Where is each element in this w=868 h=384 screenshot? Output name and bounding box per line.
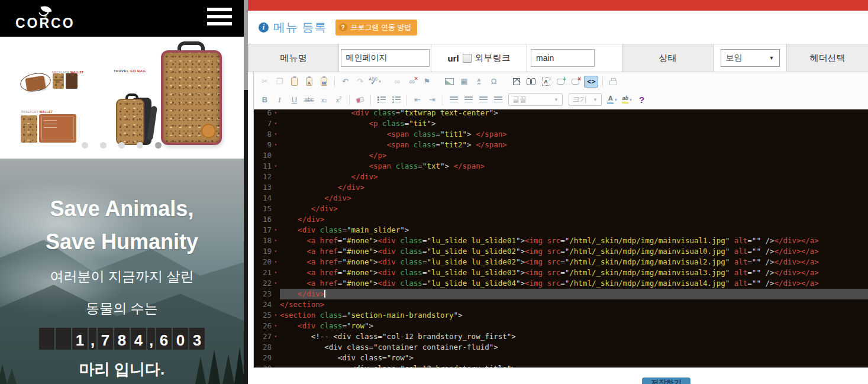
fold-arrow-icon[interactable]: ▾ (272, 246, 280, 257)
slider-dot[interactable] (100, 142, 107, 149)
slider-dots[interactable] (82, 142, 162, 149)
code-line-17[interactable]: 17▾ <div class="main_slider"> (254, 225, 868, 235)
hamburger-menu-icon[interactable] (207, 8, 232, 29)
fold-arrow-icon[interactable]: ▾ (272, 129, 280, 140)
image-icon[interactable] (443, 75, 456, 89)
code-line-28[interactable]: 28 <div class="container container-fluid… (254, 342, 868, 353)
preview-scrollbar-thumb[interactable] (244, 0, 248, 90)
align-left-icon[interactable] (447, 93, 460, 107)
text-color-icon[interactable]: ▾ (606, 93, 618, 107)
paste-as-text-icon[interactable]: A (303, 75, 315, 89)
code-line-20[interactable]: 20▾ <a href="#none"><div class="lu_slide… (254, 257, 868, 267)
code-line-18[interactable]: 18▾ <a href="#none"><div class="lu_slide… (254, 235, 868, 246)
code-line-24[interactable]: 24</section> (254, 299, 868, 310)
code-line-15[interactable]: 15 </div> (254, 204, 868, 214)
fold-arrow-icon[interactable]: ▾ (272, 235, 280, 246)
fold-arrow-icon[interactable]: ▾ (272, 331, 280, 342)
underline-icon[interactable]: U (288, 93, 301, 107)
brand-logo[interactable]: CORCO® (15, 4, 72, 30)
code-line-11[interactable]: 11▾ <span class="txt"> </span> (254, 161, 868, 172)
anchor-flag-icon[interactable]: ⚑ (421, 75, 433, 89)
redo-icon[interactable]: ↷ (354, 75, 366, 89)
fold-arrow-icon[interactable]: ▾ (272, 225, 280, 235)
font-select[interactable]: 글꼴▼ (508, 93, 563, 106)
fold-arrow-icon[interactable]: ▾ (272, 310, 280, 321)
special-char-icon[interactable]: Ω (488, 75, 500, 89)
code-line-12[interactable]: 12 </div> (254, 172, 868, 182)
slider-dot[interactable] (155, 142, 162, 149)
fold-arrow-icon[interactable]: ▾ (272, 267, 280, 278)
code-line-30[interactable]: 30 <div class="col-12 brandstory_title"> (254, 363, 868, 367)
cut-icon[interactable]: ✂ (259, 75, 271, 89)
code-line-8[interactable]: 8▾ <span class="tit1"> </span> (254, 129, 868, 140)
fold-arrow-icon[interactable]: ▾ (272, 118, 280, 129)
url-input[interactable] (531, 49, 595, 67)
copy-icon[interactable]: ❐ (273, 75, 286, 89)
align-center-icon[interactable] (462, 93, 475, 107)
print-icon[interactable] (607, 75, 619, 89)
code-line-22[interactable]: 22▾ <a href="#none"><div class="lu_slide… (254, 278, 868, 289)
strikethrough-icon[interactable]: abc (303, 93, 315, 107)
code-line-29[interactable]: 29 <div class="row"> (254, 353, 868, 363)
status-select[interactable]: 보임 ▼ (721, 49, 780, 67)
table-icon[interactable]: ▦ (458, 75, 470, 89)
slider-dot[interactable] (82, 142, 88, 149)
menu-name-input[interactable] (341, 49, 430, 67)
url-label: url (447, 53, 459, 63)
code-line-7[interactable]: 7▾ <p class="tit"> (254, 118, 868, 129)
size-select[interactable]: 크기▼ (569, 93, 602, 106)
code-line-10[interactable]: 10 </p> (254, 150, 868, 161)
code-line-9[interactable]: 9▾ <span class="tit2"> </span> (254, 140, 868, 150)
numbered-list-icon[interactable] (375, 93, 388, 107)
source-button[interactable]: <> (584, 75, 598, 89)
remove-comment-icon[interactable]: × (569, 75, 582, 89)
add-comment-icon[interactable]: + (554, 75, 567, 89)
subscript-icon[interactable]: x2 (318, 93, 330, 107)
preview-scrollbar[interactable] (244, 0, 248, 384)
remove-format-icon[interactable] (354, 93, 366, 107)
source-code-area[interactable]: 6▾ <div class="txtwrap text-center">7▾ <… (254, 109, 868, 367)
slider-dot[interactable] (137, 142, 143, 149)
fold-arrow-icon[interactable]: ▾ (272, 109, 280, 118)
code-line-25[interactable]: 25▾<section class="section-main-brandsto… (254, 310, 868, 321)
fold-arrow-icon[interactable]: ▾ (272, 321, 280, 331)
product-slider[interactable]: NECKLACE WALLET PASSPORT WALLET TRAVEL G… (0, 37, 244, 159)
fold-arrow-icon[interactable]: ▾ (272, 257, 280, 267)
find-icon[interactable] (525, 75, 537, 89)
align-justify-icon[interactable] (492, 93, 504, 107)
external-link-checkbox[interactable] (463, 54, 472, 63)
bold-icon[interactable]: B (259, 93, 271, 107)
code-line-21[interactable]: 21▾ <a href="#none"><div class="lu_slide… (254, 267, 868, 278)
superscript-icon[interactable]: x2 (333, 93, 345, 107)
code-line-19[interactable]: 19▾ <a href="#none"><div class="lu_slide… (254, 246, 868, 257)
code-line-27[interactable]: 27▾ <!-- <div class="col-12 brandstory_r… (254, 331, 868, 342)
outdent-icon[interactable]: ⇤ (411, 93, 424, 107)
save-button[interactable]: 저장하기 (642, 377, 690, 384)
slider-dot[interactable] (118, 142, 125, 149)
code-line-13[interactable]: 13 </div> (254, 182, 868, 193)
code-line-26[interactable]: 26▾ <div class="row"> (254, 321, 868, 331)
code-line-14[interactable]: 14 </div> (254, 193, 868, 204)
select-all-icon[interactable] (540, 75, 552, 89)
maximize-icon[interactable] (510, 75, 522, 89)
about-icon[interactable]: ? (635, 93, 648, 107)
fold-arrow-icon[interactable]: ▾ (272, 278, 280, 289)
code-line-16[interactable]: 16 </div> (254, 214, 868, 225)
link-icon[interactable]: ∞ (391, 75, 404, 89)
unlink-icon[interactable]: ∞✕ (406, 75, 418, 89)
spellcheck-icon[interactable]: ABC✓▾ (369, 75, 381, 89)
code-line-23[interactable]: 23 </div> (254, 289, 868, 299)
bg-color-icon[interactable]: ▾ (621, 93, 633, 107)
paste-icon[interactable] (288, 75, 301, 89)
fold-arrow-icon[interactable]: ▾ (272, 161, 280, 172)
bulleted-list-icon[interactable] (390, 93, 402, 107)
paste-from-word-icon[interactable]: W (318, 75, 330, 89)
help-badge[interactable]: ? 프로그램 연동 방법 (335, 20, 418, 36)
italic-icon[interactable]: I (273, 93, 286, 107)
undo-icon[interactable]: ↶ (339, 75, 351, 89)
indent-icon[interactable]: ⇥ (426, 93, 438, 107)
code-line-6[interactable]: 6▾ <div class="txtwrap text-center"> (254, 109, 868, 118)
horizontal-line-icon[interactable]: A (473, 75, 485, 89)
align-right-icon[interactable] (477, 93, 489, 107)
fold-arrow-icon[interactable]: ▾ (272, 140, 280, 150)
